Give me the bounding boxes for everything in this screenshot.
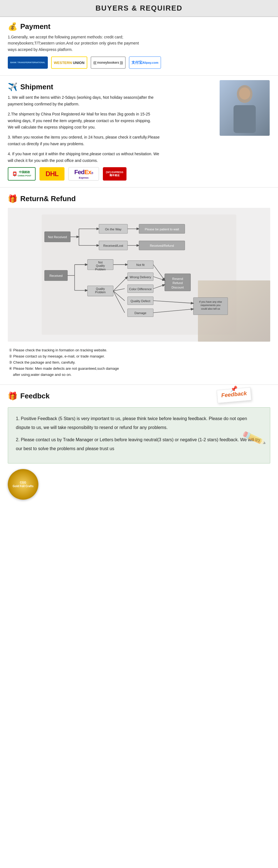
svg-text:Not fit: Not fit (136, 264, 145, 267)
svg-text:Problem: Problem (95, 291, 106, 294)
note-1: ① Please check the tracking in formation… (8, 347, 270, 353)
feedback-section: 🎁 Feedbck 📌 Feedback 1. Positive Feedbac… (0, 386, 278, 505)
flowchart-svg: Not Received On the Way Please be patien… (42, 215, 236, 335)
alipay-logo: 支付宝 Alipay.com (129, 57, 161, 69)
shipment-para-4: 4. If you have not got it within the shi… (8, 151, 164, 164)
svg-text:Color Difference: Color Difference (129, 287, 152, 291)
bank-transfer-logo: BANK TRANSFER INTERNATIONAL (8, 57, 48, 69)
shipping-logos: 📮 中国邮政CHINA POST DHL FedEx® Express (SF)… (8, 167, 270, 181)
western-union-logo: WESTERN UNION (51, 57, 87, 69)
svg-text:Received: Received (49, 274, 63, 278)
note-3: ③ Check the package and Item, carefully. (8, 360, 270, 366)
moneybookers-logo: ((( moneybookers ))) (91, 57, 126, 69)
flowchart-overlay: Not Received On the Way Please be patien… (12, 215, 266, 335)
svg-text:Resend: Resend (172, 277, 183, 280)
payment-description: 1.Generally, we accept the following pay… (8, 34, 141, 53)
return-title: 🎁 Return& Refund (8, 194, 270, 204)
svg-text:could also tell us: could also tell us (201, 307, 220, 310)
svg-text:Please be patient to wait: Please be patient to wait (145, 227, 179, 231)
return-title-text: Return& Refund (20, 194, 76, 203)
svg-text:Received/Refund: Received/Refund (150, 244, 174, 248)
shipment-icon: ✈️ (8, 82, 18, 92)
page-title: BUYERS & REQUIRED (0, 4, 278, 12)
feedback-para-2: 2. Please contact us by Trade Manager or… (16, 435, 262, 453)
return-icon: 🎁 (8, 194, 18, 204)
feedback-title-text: Feedbck (20, 392, 50, 400)
svg-text:On the Way: On the Way (105, 227, 122, 231)
svg-text:requirements you: requirements you (201, 304, 220, 307)
svg-text:Quality: Quality (96, 265, 105, 268)
payment-icon: 💰 (8, 22, 18, 31)
feedback-content-box: 1. Positive Feedback (5 Stars) is very i… (8, 407, 270, 464)
shipment-title: ✈️ Shipment (8, 82, 164, 92)
sf-logo: (SF) EXPRESS 顺丰速运 (103, 167, 127, 181)
svg-point-2 (239, 87, 250, 100)
feedback-pin: 📌 (230, 385, 237, 393)
shipment-title-text: Shipment (20, 83, 53, 91)
return-notes: ① Please check the tracking in formation… (8, 347, 270, 378)
svg-text:Quality Defect: Quality Defect (131, 299, 151, 303)
payment-title: 💰 Payment (8, 22, 270, 31)
gold-foil-badge: CGG Gold Foil Crafts (8, 469, 38, 500)
payment-section: 💰 Payment 1.Generally, we accept the fol… (0, 17, 278, 74)
shipment-para-1: 1. We will sent the items within 2-5days… (8, 94, 164, 108)
payment-logos: BANK TRANSFER INTERNATIONAL WESTERN UNIO… (8, 57, 270, 69)
feedback-para-1: 1. Positive Feedback (5 Stars) is very i… (16, 414, 262, 432)
feedback-title-row: 🎁 Feedbck 📌 Feedback (8, 392, 270, 403)
svg-text:Not: Not (98, 261, 103, 264)
svg-text:Damage: Damage (135, 312, 146, 315)
svg-text:Problem: Problem (95, 268, 106, 271)
svg-rect-1 (234, 105, 256, 133)
fedex-logo: FedEx® Express (68, 167, 99, 181)
feedback-icon: 🎁 (8, 392, 18, 401)
svg-text:Refund: Refund (173, 281, 183, 285)
feedback-title: 🎁 Feedbck (8, 392, 50, 401)
shipment-para-2: 2.The shipment by China Post Registered … (8, 111, 164, 131)
chinapost-logo: 📮 中国邮政CHINA POST (8, 167, 36, 181)
flowchart: Not Received On the Way Please be patien… (8, 208, 270, 341)
badge-line1: CGG (20, 481, 26, 484)
svg-text:Not Received: Not Received (48, 236, 67, 239)
svg-text:Discount: Discount (172, 286, 184, 289)
svg-text:Received/Lost: Received/Lost (103, 244, 124, 248)
feedback-note-card: 📌 Feedback (216, 387, 252, 403)
svg-text:Quality: Quality (96, 287, 105, 290)
svg-text:If you have any else: If you have any else (199, 301, 222, 303)
shipment-para-3: 3. When you receive the items you ordere… (8, 134, 164, 148)
note-2: ② Please contact us by meesage, e-mail, … (8, 353, 270, 360)
shipment-content: ✈️ Shipment 1. We will sent the items wi… (8, 82, 164, 164)
page-header: BUYERS & REQUIRED (0, 0, 278, 17)
shipment-person-image (220, 80, 270, 136)
payment-title-text: Payment (20, 22, 50, 31)
return-refund-section: 🎁 Return& Refund Not Received (0, 189, 278, 383)
shipment-section: ✈️ Shipment 1. We will sent the items wi… (0, 78, 278, 186)
dhl-logo: DHL (39, 167, 65, 181)
svg-text:Wrong Delivery: Wrong Delivery (130, 275, 151, 279)
feedback-sticky-note: 📌 Feedback (215, 389, 253, 402)
note-4: ④ Please Note: Men made defects are not … (8, 366, 270, 378)
badge-line2: Gold Foil Crafts (13, 484, 34, 488)
